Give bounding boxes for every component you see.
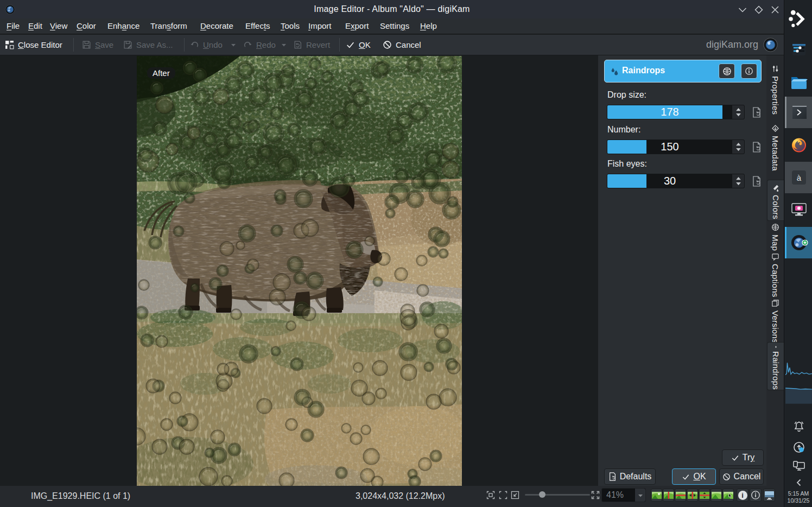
svg-text:à: à [796, 173, 801, 182]
